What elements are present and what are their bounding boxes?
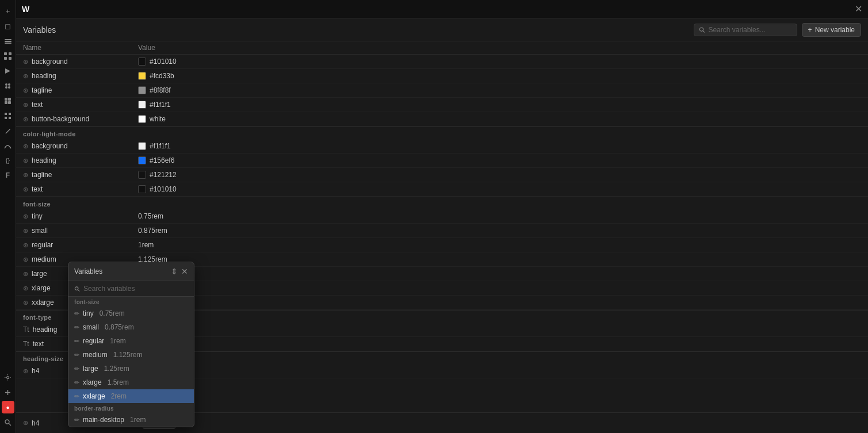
popup-item-value: 0.75rem — [100, 309, 125, 317]
font-icon[interactable]: F — [2, 169, 14, 182]
popup-item-small[interactable]: ✏ small 0.875rem — [68, 320, 194, 334]
group-header-font-size: font-size — [16, 197, 868, 209]
add-plugin-icon[interactable] — [2, 386, 14, 398]
popup-item-xxlarge[interactable]: ✏ xxlarge 2rem — [68, 389, 194, 403]
var-row-text-dark[interactable]: ⊛ text #f1f1f1 — [16, 98, 868, 112]
popup-resize-button[interactable]: ⇕ — [171, 267, 178, 276]
color-swatch — [138, 171, 146, 179]
popup-search-wrap — [68, 281, 194, 297]
search-input[interactable] — [708, 26, 791, 34]
var-val: #f1f1f1 — [150, 101, 171, 109]
svg-point-8 — [5, 83, 7, 86]
popup-item-icon: ✏ — [74, 351, 79, 359]
svg-point-27 — [75, 286, 78, 290]
var-link-icon: ⊛ — [23, 143, 28, 150]
svg-point-23 — [5, 420, 9, 424]
var-link-icon: ⊛ — [23, 72, 28, 80]
popup-item-main-desktop[interactable]: ✏ main-desktop 1rem — [68, 413, 194, 427]
popup-item-value: 0.875rem — [105, 323, 134, 331]
svg-line-28 — [78, 289, 79, 291]
popup-item-icon: ✏ — [74, 379, 79, 386]
var-name: heading — [33, 325, 58, 334]
svg-point-25 — [699, 27, 703, 30]
svg-rect-15 — [8, 101, 11, 104]
var-name: heading — [32, 156, 56, 164]
var-row-tagline-dark[interactable]: ⊛ tagline #8f8f8f — [16, 83, 868, 98]
components-icon[interactable] — [2, 49, 14, 62]
var-link-icon: ⊛ — [23, 58, 28, 66]
svg-rect-12 — [5, 98, 7, 101]
popup-title: Variables — [74, 267, 102, 275]
popup-item-xlarge[interactable]: ✏ xlarge 1.5rem — [68, 375, 194, 389]
var-val: 1rem — [138, 241, 154, 249]
vars-icon[interactable]: {} — [2, 154, 14, 167]
popup-item-name: medium — [83, 351, 108, 359]
var-link-icon: ⊛ — [23, 270, 28, 278]
variables-header: Variables + New variable — [16, 18, 868, 41]
layers-icon[interactable] — [2, 35, 14, 47]
group-header-light-mode: color-light-mode — [16, 127, 868, 139]
var-row-heading-dark[interactable]: ⊛ heading #fcd33b — [16, 69, 868, 83]
var-val: #8f8f8f — [150, 86, 171, 94]
popup-item-regular[interactable]: ✏ regular 1rem — [68, 334, 194, 348]
variables-popup: Variables ⇕ ✕ font-size ✏ tiny 0.75rem ✏… — [68, 262, 194, 427]
plus-icon[interactable]: + — [2, 5, 14, 17]
popup-item-large[interactable]: ✏ large 1.25rem — [68, 362, 194, 375]
popup-item-name: small — [83, 323, 99, 331]
popup-item-medium[interactable]: ✏ medium 1.125rem — [68, 348, 194, 362]
var-name: xxlarge — [32, 298, 54, 306]
var-row-bg-dark[interactable]: ⊛ background #101010 — [16, 55, 868, 69]
topbar: W ✕ — [16, 0, 868, 18]
var-row-regular[interactable]: ⊛ regular 1rem — [16, 238, 868, 252]
media-icon[interactable] — [2, 64, 14, 77]
svg-rect-17 — [9, 113, 11, 115]
popup-item-value: 1rem — [110, 337, 125, 345]
var-row-tagline-light[interactable]: ⊛ tagline #121212 — [16, 168, 868, 182]
svg-rect-3 — [4, 52, 7, 55]
svg-rect-16 — [5, 113, 7, 115]
assets-icon[interactable] — [2, 94, 14, 107]
var-name: text — [32, 185, 43, 193]
var-link-icon: ⊛ — [23, 299, 28, 306]
svg-point-11 — [8, 86, 10, 89]
palette-icon[interactable] — [2, 79, 14, 92]
var-row-text-light[interactable]: ⊛ text #101010 — [16, 182, 868, 197]
var-link-icon: Tt — [23, 325, 29, 334]
settings-icon[interactable] — [2, 371, 14, 384]
plus-icon: + — [808, 26, 812, 34]
var-name: regular — [32, 241, 53, 249]
var-link-icon: ⊛ — [23, 116, 28, 123]
popup-item-tiny[interactable]: ✏ tiny 0.75rem — [68, 306, 194, 320]
close-button[interactable]: ✕ — [855, 3, 862, 14]
var-row-bg-light[interactable]: ⊛ background #f1f1f1 — [16, 139, 868, 154]
svg-marker-7 — [5, 68, 10, 74]
color-swatch — [138, 115, 146, 123]
var-link-icon: ⊛ — [23, 171, 28, 179]
popup-item-name: large — [83, 365, 98, 373]
grid-icon[interactable] — [2, 109, 14, 122]
popup-item-icon: ✏ — [74, 310, 79, 317]
var-link-icon: ⊛ — [23, 256, 28, 263]
accent-dot-icon[interactable]: ● — [2, 401, 14, 413]
popup-item-value: 1.25rem — [104, 365, 129, 373]
popup-close-button[interactable]: ✕ — [181, 267, 188, 276]
search-bottom-icon[interactable] — [2, 416, 14, 428]
var-name: large — [32, 270, 47, 278]
col-value-header: Value — [138, 44, 155, 52]
var-val: #101010 — [150, 185, 177, 193]
bezier-icon[interactable] — [2, 139, 14, 152]
var-val: #fcd33b — [150, 72, 174, 80]
popup-search-input[interactable] — [83, 285, 188, 293]
popup-item-value: 1rem — [130, 416, 146, 424]
var-row-heading-light[interactable]: ⊛ heading #156ef6 — [16, 154, 868, 168]
new-variable-button[interactable]: + New variable — [802, 23, 861, 37]
var-row-small[interactable]: ⊛ small 0.875rem — [16, 224, 868, 238]
var-name: background — [32, 142, 68, 150]
var-row-btn-bg-dark[interactable]: ⊛ button-background white — [16, 112, 868, 127]
file-icon[interactable]: ◻ — [2, 20, 14, 32]
var-name: tiny — [32, 212, 43, 220]
var-link-icon: ⊛ — [23, 213, 28, 220]
pen-icon[interactable] — [2, 124, 14, 137]
var-row-tiny[interactable]: ⊛ tiny 0.75rem — [16, 209, 868, 224]
popup-group-font-size: font-size — [68, 297, 194, 306]
